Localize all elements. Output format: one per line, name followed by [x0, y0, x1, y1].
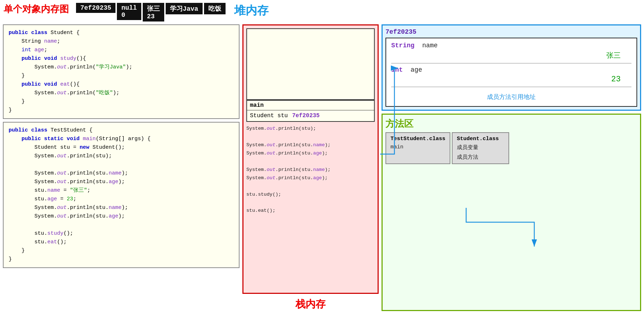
stack-stu-addr: 7ef20235	[292, 113, 320, 119]
test-student-code: public class TestStudent { public static…	[9, 126, 234, 264]
heap-section: 7ef20235 String name 张三 int	[382, 24, 641, 111]
stack-stu-row: Student stu 7ef20235	[247, 110, 374, 121]
center-stack-area: main Student stu 7ef20235 System.out.pri…	[242, 24, 379, 311]
stack-memory-box: main Student stu 7ef20235 System.out.pri…	[242, 24, 379, 294]
heap-title: 堆内存	[234, 3, 269, 19]
main-layout: public class Student { String name; int …	[0, 24, 644, 311]
header-zhangsan-box: 张三 23	[143, 3, 164, 22]
stack-main-header: main	[247, 101, 374, 110]
heap-divider-2	[391, 87, 631, 87]
heap-string-row: String name	[391, 42, 631, 49]
stack-stu-label: Student stu	[250, 113, 288, 119]
left-panels: public class Student { String name; int …	[3, 24, 240, 311]
test-student-class-box: TestStudent.class main	[385, 132, 450, 164]
test-student-code-panel: public class TestStudent { public static…	[3, 122, 240, 268]
student-class-box: Student.class 成员变量 成员方法	[452, 132, 509, 164]
heap-string-val: 张三	[606, 51, 631, 60]
test-class-title: TestStudent.class	[390, 136, 445, 142]
heap-divider-1	[391, 63, 631, 63]
header-address-box: 7ef20235	[76, 3, 115, 13]
test-main-method: main	[390, 144, 445, 150]
heap-int-field: int age	[391, 66, 434, 73]
heap-int-val-row: 23	[391, 75, 631, 84]
method-section: 方法区 TestStudent.class main Student.class…	[382, 114, 641, 311]
stack-main-frame: main Student stu 7ef20235	[246, 100, 375, 122]
heap-address: 7ef20235	[385, 28, 637, 35]
page-title: 单个对象内存图	[4, 3, 69, 15]
method-area-title: 方法区	[385, 118, 637, 130]
student-class-title: Student.class	[457, 136, 504, 142]
heap-string-val-row: 张三	[391, 51, 631, 60]
heap-int-row: int age	[391, 66, 631, 73]
heap-object-box: String name 张三 int age 23	[385, 38, 637, 107]
student-member-var: 成员变量	[457, 144, 504, 151]
header-xuejava-box: 学习Java	[166, 3, 203, 14]
heap-method-ref: 成员方法引用地址	[391, 90, 631, 102]
header-chifan-box: 吃饭	[204, 3, 226, 14]
stack-inner-top	[246, 28, 375, 100]
student-code-panel: public class Student { String name; int …	[3, 24, 240, 119]
student-member-method: 成员方法	[457, 154, 504, 161]
student-code: public class Student { String name; int …	[9, 29, 234, 115]
header-null-box: null 0	[117, 3, 141, 20]
method-inner: TestStudent.class main Student.class 成员变…	[385, 132, 637, 164]
heap-int-val: 23	[611, 75, 631, 84]
stack-code-lines: System.out.println(stu); System.out.prin…	[243, 122, 378, 218]
heap-string-field: String name	[391, 42, 438, 49]
stack-label: 栈内存	[242, 297, 379, 311]
right-area: 7ef20235 String name 张三 int	[382, 24, 641, 311]
header-area: 单个对象内存图 7ef20235 null 0 张三 23 学习Java 吃饭 …	[0, 0, 644, 24]
